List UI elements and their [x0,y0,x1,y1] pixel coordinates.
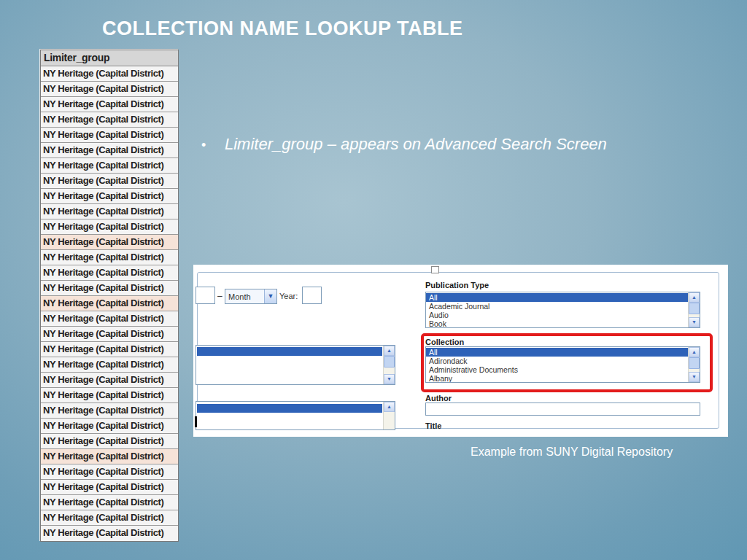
scroll-up-button[interactable]: ▲ [384,346,395,356]
listbox-option[interactable]: Albany [426,374,688,383]
date-start-input[interactable] [196,287,215,304]
scroll-up-button[interactable]: ▲ [689,347,700,357]
listbox-option[interactable]: Audio [426,311,688,319]
scroll-thumb[interactable] [689,303,700,314]
left-listbox-bottom[interactable]: ▲ [196,401,395,430]
scroll-thumb[interactable] [384,356,395,368]
listbox-options: AllAdirondackAdministrative DocumentsAlb… [426,347,688,382]
scroll-up-button[interactable]: ▲ [689,292,700,303]
table-row: NY Heritage (Capital District) [41,158,178,174]
table-row: NY Heritage (Capital District) [41,204,178,219]
scroll-down-button[interactable]: ▼ [384,374,395,384]
table-row: NY Heritage (Capital District) [41,128,178,143]
advanced-search-screenshot: – Month ▼ Year: ▲ ▼ ▲ Publication Type A… [193,265,728,437]
date-range-dash: – [217,291,222,301]
table-row: NY Heritage (Capital District) [41,235,178,250]
scrollbar[interactable]: ▲ ▼ [688,347,700,382]
listbox-option[interactable]: Book [426,319,688,328]
listbox-option[interactable]: All [426,293,688,302]
table-row: NY Heritage (Capital District) [41,265,178,281]
table-row: NY Heritage (Capital District) [41,250,178,265]
bullet-text: Limiter_group – appears on Advanced Sear… [225,135,607,153]
scroll-thumb[interactable] [689,357,700,369]
title-field-label: Title [425,421,441,430]
table-row: NY Heritage (Capital District) [41,82,178,97]
publication-type-label: Publication Type [425,281,489,289]
selected-row[interactable] [197,347,382,356]
scroll-down-button[interactable]: ▼ [689,372,700,382]
month-select[interactable]: Month ▼ [225,289,277,304]
collection-listbox[interactable]: AllAdirondackAdministrative DocumentsAlb… [425,346,700,383]
lookup-table-header: Limiter_group [41,50,178,66]
table-row: NY Heritage (Capital District) [41,464,178,480]
scrollbar[interactable]: ▲ [383,402,395,429]
year-label: Year: [279,292,298,300]
table-row: NY Heritage (Capital District) [41,311,178,327]
listbox-option[interactable]: Academic Journal [426,302,688,311]
chevron-down-icon[interactable]: ▼ [264,289,276,303]
publication-type-listbox[interactable]: AllAcademic JournalAudioBook ▲ ▼ [425,292,700,328]
table-row: NY Heritage (Capital District) [41,189,178,204]
left-listbox-top[interactable]: ▲ ▼ [196,345,395,385]
table-row: NY Heritage (Capital District) [41,281,178,296]
scroll-up-button[interactable]: ▲ [384,402,395,412]
author-label: Author [425,394,452,402]
table-row: NY Heritage (Capital District) [41,388,178,403]
table-row: NY Heritage (Capital District) [41,480,178,495]
table-row: NY Heritage (Capital District) [41,219,178,235]
table-row: NY Heritage (Capital District) [41,526,178,541]
bullet-icon: • [201,138,206,153]
table-row: NY Heritage (Capital District) [41,510,178,526]
scroll-track[interactable] [384,412,395,429]
listbox-option[interactable]: All [426,348,688,357]
table-row: NY Heritage (Capital District) [41,327,178,342]
scrollbar[interactable]: ▲ ▼ [383,346,395,384]
collection-label: Collection [425,338,464,346]
table-row: NY Heritage (Capital District) [41,434,178,449]
table-row: NY Heritage (Capital District) [41,449,178,464]
listbox-options: AllAcademic JournalAudioBook [426,292,688,327]
table-row: NY Heritage (Capital District) [41,342,178,357]
listbox-option[interactable]: Administrative Documents [426,365,688,374]
month-select-value: Month [225,292,264,301]
table-row: NY Heritage (Capital District) [41,66,178,82]
table-row: NY Heritage (Capital District) [41,495,178,510]
text-cursor [195,416,197,427]
year-input[interactable] [302,287,322,304]
bullet-item: • Limiter_group – appears on Advanced Se… [201,135,607,154]
lookup-table-body: NY Heritage (Capital District)NY Heritag… [41,66,178,541]
author-input[interactable] [425,402,700,416]
scroll-down-button[interactable]: ▼ [689,317,700,327]
table-row: NY Heritage (Capital District) [41,143,178,158]
scrollbar[interactable]: ▲ ▼ [688,292,700,327]
table-row: NY Heritage (Capital District) [41,112,178,128]
listbox-option[interactable]: Adirondack [426,357,688,365]
caption: Example from SUNY Digital Repository [471,446,673,459]
table-row: NY Heritage (Capital District) [41,419,178,434]
table-row: NY Heritage (Capital District) [41,296,178,311]
checkbox[interactable] [431,266,439,273]
table-row: NY Heritage (Capital District) [41,357,178,373]
selected-row[interactable] [197,404,382,413]
table-row: NY Heritage (Capital District) [41,174,178,189]
table-row: NY Heritage (Capital District) [41,373,178,388]
scroll-track[interactable] [384,368,395,374]
lookup-table: Limiter_group NY Heritage (Capital Distr… [40,50,179,542]
table-row: NY Heritage (Capital District) [41,97,178,112]
page-title: COLLECTION NAME LOOKUP TABLE [102,18,463,40]
table-row: NY Heritage (Capital District) [41,403,178,419]
